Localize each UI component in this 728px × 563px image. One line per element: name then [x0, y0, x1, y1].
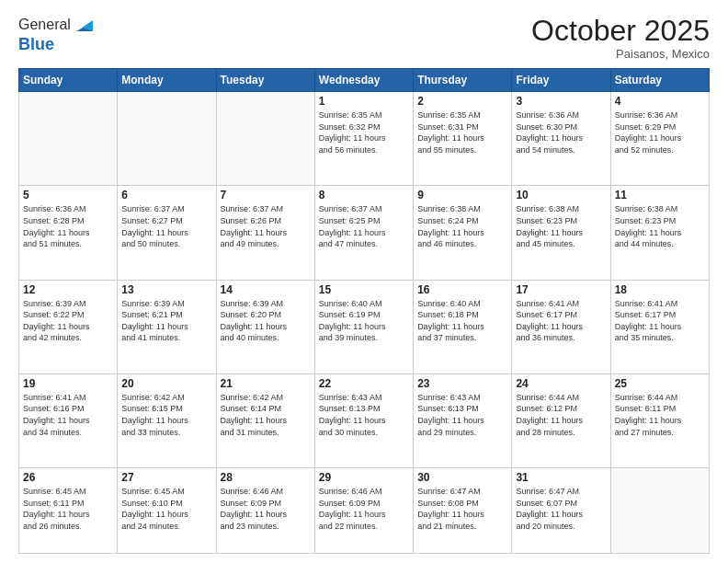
day-info: Sunrise: 6:38 AMSunset: 6:23 PMDaylight:…: [615, 203, 705, 249]
day-number: 28: [221, 471, 311, 484]
day-number: 12: [23, 283, 113, 296]
day-info: Sunrise: 6:39 AMSunset: 6:20 PMDaylight:…: [221, 298, 311, 344]
col-saturday: Saturday: [610, 69, 709, 92]
day-number: 19: [23, 377, 113, 390]
day-number: 25: [615, 377, 705, 390]
calendar-week-row: 19Sunrise: 6:41 AMSunset: 6:16 PMDayligh…: [19, 373, 710, 467]
calendar-week-row: 5Sunrise: 6:36 AMSunset: 6:28 PMDaylight…: [19, 186, 710, 280]
table-row: 29Sunrise: 6:46 AMSunset: 6:09 PMDayligh…: [314, 468, 413, 554]
table-row: 9Sunrise: 6:38 AMSunset: 6:24 PMDaylight…: [414, 186, 512, 280]
day-info: Sunrise: 6:42 AMSunset: 6:14 PMDaylight:…: [221, 392, 311, 438]
table-row: [216, 92, 314, 186]
calendar-week-row: 1Sunrise: 6:35 AMSunset: 6:32 PMDaylight…: [19, 92, 710, 186]
table-row: 26Sunrise: 6:45 AMSunset: 6:11 PMDayligh…: [19, 468, 118, 554]
day-info: Sunrise: 6:47 AMSunset: 6:08 PMDaylight:…: [417, 486, 507, 532]
day-number: 10: [516, 189, 606, 201]
day-info: Sunrise: 6:43 AMSunset: 6:13 PMDaylight:…: [319, 392, 409, 438]
table-row: 7Sunrise: 6:37 AMSunset: 6:26 PMDaylight…: [216, 186, 314, 280]
calendar-week-row: 26Sunrise: 6:45 AMSunset: 6:11 PMDayligh…: [19, 468, 710, 554]
day-number: 3: [516, 95, 606, 108]
day-info: Sunrise: 6:44 AMSunset: 6:12 PMDaylight:…: [516, 392, 606, 438]
day-info: Sunrise: 6:42 AMSunset: 6:15 PMDaylight:…: [121, 392, 211, 438]
day-number: 30: [417, 471, 507, 484]
col-wednesday: Wednesday: [314, 69, 413, 92]
col-thursday: Thursday: [414, 69, 512, 92]
day-info: Sunrise: 6:37 AMSunset: 6:27 PMDaylight:…: [121, 203, 211, 249]
day-number: 11: [615, 189, 705, 201]
day-info: Sunrise: 6:45 AMSunset: 6:10 PMDaylight:…: [121, 486, 211, 532]
day-number: 24: [516, 377, 606, 390]
table-row: 4Sunrise: 6:36 AMSunset: 6:29 PMDaylight…: [610, 92, 709, 186]
table-row: 11Sunrise: 6:38 AMSunset: 6:23 PMDayligh…: [610, 186, 709, 280]
day-info: Sunrise: 6:41 AMSunset: 6:16 PMDaylight:…: [23, 392, 113, 438]
header: General Blue October 2025 Paisanos, Mexi…: [18, 15, 710, 61]
logo-general-text: General: [18, 17, 71, 33]
table-row: 22Sunrise: 6:43 AMSunset: 6:13 PMDayligh…: [314, 373, 413, 467]
day-info: Sunrise: 6:38 AMSunset: 6:23 PMDaylight:…: [516, 203, 606, 249]
table-row: 23Sunrise: 6:43 AMSunset: 6:13 PMDayligh…: [414, 373, 512, 467]
day-info: Sunrise: 6:39 AMSunset: 6:21 PMDaylight:…: [121, 298, 211, 344]
calendar-table: Sunday Monday Tuesday Wednesday Thursday…: [18, 68, 710, 554]
day-number: 26: [23, 471, 113, 484]
table-row: 10Sunrise: 6:38 AMSunset: 6:23 PMDayligh…: [512, 186, 610, 280]
day-info: Sunrise: 6:41 AMSunset: 6:17 PMDaylight:…: [615, 298, 705, 344]
title-block: October 2025 Paisanos, Mexico: [531, 15, 710, 61]
day-number: 15: [319, 283, 409, 296]
day-number: 31: [516, 471, 606, 484]
day-info: Sunrise: 6:35 AMSunset: 6:32 PMDaylight:…: [319, 109, 409, 155]
day-info: Sunrise: 6:47 AMSunset: 6:07 PMDaylight:…: [516, 486, 606, 532]
day-number: 21: [221, 377, 311, 390]
table-row: 16Sunrise: 6:40 AMSunset: 6:18 PMDayligh…: [414, 280, 512, 373]
day-number: 27: [121, 471, 211, 484]
col-sunday: Sunday: [19, 69, 118, 92]
table-row: 14Sunrise: 6:39 AMSunset: 6:20 PMDayligh…: [216, 280, 314, 373]
table-row: 31Sunrise: 6:47 AMSunset: 6:07 PMDayligh…: [512, 468, 610, 554]
day-number: 29: [319, 471, 409, 484]
page: General Blue October 2025 Paisanos, Mexi…: [0, 0, 728, 563]
day-number: 4: [615, 95, 705, 108]
table-row: [118, 92, 216, 186]
table-row: 15Sunrise: 6:40 AMSunset: 6:19 PMDayligh…: [314, 280, 413, 373]
day-info: Sunrise: 6:46 AMSunset: 6:09 PMDaylight:…: [319, 486, 409, 532]
table-row: 27Sunrise: 6:45 AMSunset: 6:10 PMDayligh…: [118, 468, 216, 554]
day-info: Sunrise: 6:45 AMSunset: 6:11 PMDaylight:…: [23, 486, 113, 532]
day-info: Sunrise: 6:40 AMSunset: 6:19 PMDaylight:…: [319, 298, 409, 344]
day-number: 18: [615, 283, 705, 296]
table-row: 20Sunrise: 6:42 AMSunset: 6:15 PMDayligh…: [118, 373, 216, 467]
table-row: 5Sunrise: 6:36 AMSunset: 6:28 PMDaylight…: [19, 186, 118, 280]
day-number: 2: [417, 95, 507, 108]
month-title: October 2025: [531, 15, 710, 47]
logo-icon: [73, 15, 93, 35]
day-number: 13: [121, 283, 211, 296]
table-row: 28Sunrise: 6:46 AMSunset: 6:09 PMDayligh…: [216, 468, 314, 554]
day-number: 14: [221, 283, 311, 296]
table-row: 18Sunrise: 6:41 AMSunset: 6:17 PMDayligh…: [610, 280, 709, 373]
day-info: Sunrise: 6:39 AMSunset: 6:22 PMDaylight:…: [23, 298, 113, 344]
day-info: Sunrise: 6:43 AMSunset: 6:13 PMDaylight:…: [417, 392, 507, 438]
table-row: 17Sunrise: 6:41 AMSunset: 6:17 PMDayligh…: [512, 280, 610, 373]
logo: General Blue: [18, 15, 93, 54]
table-row: 12Sunrise: 6:39 AMSunset: 6:22 PMDayligh…: [19, 280, 118, 373]
day-info: Sunrise: 6:44 AMSunset: 6:11 PMDaylight:…: [615, 392, 705, 438]
table-row: [610, 468, 709, 554]
day-info: Sunrise: 6:36 AMSunset: 6:28 PMDaylight:…: [23, 203, 113, 249]
table-row: 25Sunrise: 6:44 AMSunset: 6:11 PMDayligh…: [610, 373, 709, 467]
day-info: Sunrise: 6:36 AMSunset: 6:30 PMDaylight:…: [516, 109, 606, 155]
col-tuesday: Tuesday: [216, 69, 314, 92]
calendar-header-row: Sunday Monday Tuesday Wednesday Thursday…: [19, 69, 710, 92]
day-info: Sunrise: 6:40 AMSunset: 6:18 PMDaylight:…: [417, 298, 507, 344]
day-number: 22: [319, 377, 409, 390]
table-row: 13Sunrise: 6:39 AMSunset: 6:21 PMDayligh…: [118, 280, 216, 373]
day-info: Sunrise: 6:41 AMSunset: 6:17 PMDaylight:…: [516, 298, 606, 344]
table-row: [19, 92, 118, 186]
table-row: 1Sunrise: 6:35 AMSunset: 6:32 PMDaylight…: [314, 92, 413, 186]
logo-blue-text: Blue: [18, 35, 93, 54]
day-number: 1: [319, 95, 409, 108]
table-row: 21Sunrise: 6:42 AMSunset: 6:14 PMDayligh…: [216, 373, 314, 467]
day-info: Sunrise: 6:35 AMSunset: 6:31 PMDaylight:…: [417, 109, 507, 155]
day-number: 17: [516, 283, 606, 296]
day-info: Sunrise: 6:37 AMSunset: 6:26 PMDaylight:…: [221, 203, 311, 249]
day-number: 6: [121, 189, 211, 201]
location-subtitle: Paisanos, Mexico: [531, 47, 710, 61]
day-number: 8: [319, 189, 409, 201]
